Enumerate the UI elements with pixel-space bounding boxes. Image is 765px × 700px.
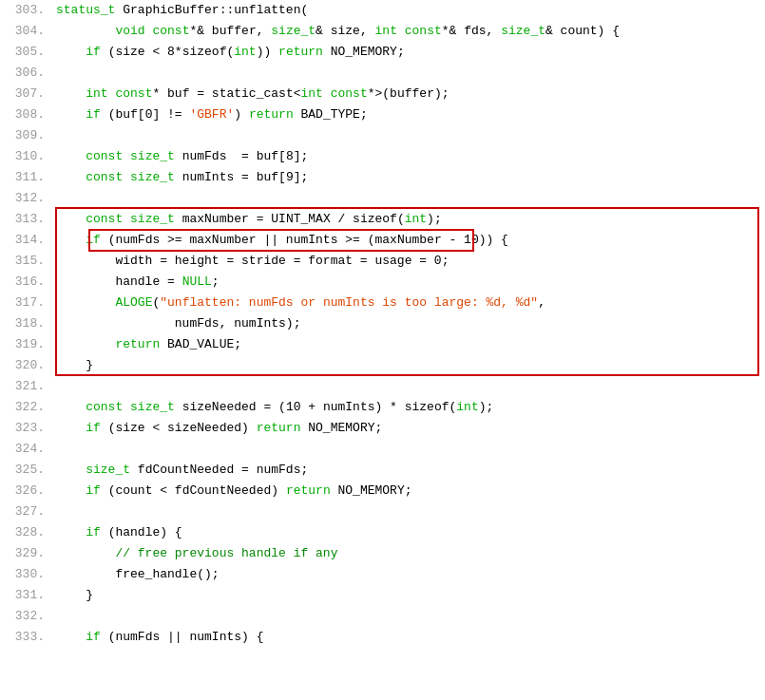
code-content: if (count < fdCountNeeded) return NO_MEM… xyxy=(52,481,765,501)
line-number: 329. xyxy=(0,543,52,564)
table-row: 322. const size_t sizeNeeded = (10 + num… xyxy=(0,397,765,418)
code-content: const size_t sizeNeeded = (10 + numInts)… xyxy=(52,397,765,418)
code-content: const size_t numFds = buf[8]; xyxy=(52,146,765,167)
code-content: if (numFds >= maxNumber || numInts >= (m… xyxy=(52,230,765,251)
line-number: 306. xyxy=(0,63,52,84)
code-content: free_handle(); xyxy=(52,564,765,585)
code-content: if (numFds || numInts) { xyxy=(52,627,765,648)
line-number: 327. xyxy=(0,501,52,522)
code-content: // free previous handle if any xyxy=(52,543,765,564)
code-content xyxy=(52,376,765,397)
table-row: 317. ALOGE("unflatten: numFds or numInts… xyxy=(0,293,765,313)
table-row: 320. } xyxy=(0,355,765,376)
code-content: handle = NULL; xyxy=(52,272,765,293)
table-row: 310. const size_t numFds = buf[8]; xyxy=(0,146,765,167)
table-row: 316. handle = NULL; xyxy=(0,272,765,293)
code-content: int const* buf = static_cast<int const*>… xyxy=(52,84,765,104)
code-content: status_t GraphicBuffer::unflatten( xyxy=(52,0,765,21)
code-content: } xyxy=(52,585,765,606)
table-row: 303.status_t GraphicBuffer::unflatten( xyxy=(0,0,765,21)
code-table: 303.status_t GraphicBuffer::unflatten(30… xyxy=(0,0,765,648)
line-number: 325. xyxy=(0,460,52,481)
table-row: 318. numFds, numInts); xyxy=(0,313,765,334)
line-number: 318. xyxy=(0,313,52,334)
line-number: 313. xyxy=(0,209,52,230)
table-row: 333. if (numFds || numInts) { xyxy=(0,627,765,648)
table-row: 329. // free previous handle if any xyxy=(0,543,765,564)
table-row: 311. const size_t numInts = buf[9]; xyxy=(0,167,765,188)
code-content xyxy=(52,188,765,209)
table-row: 306. xyxy=(0,63,765,84)
line-number: 323. xyxy=(0,418,52,439)
code-content: if (size < sizeNeeded) return NO_MEMORY; xyxy=(52,418,765,439)
line-number: 315. xyxy=(0,251,52,272)
table-row: 328. if (handle) { xyxy=(0,522,765,543)
line-number: 305. xyxy=(0,42,52,63)
line-number: 324. xyxy=(0,439,52,460)
line-number: 319. xyxy=(0,334,52,355)
table-row: 326. if (count < fdCountNeeded) return N… xyxy=(0,481,765,501)
code-content xyxy=(52,125,765,146)
code-content: } xyxy=(52,355,765,376)
line-number: 309. xyxy=(0,125,52,146)
code-content xyxy=(52,439,765,460)
table-row: 319. return BAD_VALUE; xyxy=(0,334,765,355)
table-row: 307. int const* buf = static_cast<int co… xyxy=(0,84,765,104)
line-number: 312. xyxy=(0,188,52,209)
code-content: if (size < 8*sizeof(int)) return NO_MEMO… xyxy=(52,42,765,63)
table-row: 305. if (size < 8*sizeof(int)) return NO… xyxy=(0,42,765,63)
line-number: 321. xyxy=(0,376,52,397)
line-number: 330. xyxy=(0,564,52,585)
code-content: size_t fdCountNeeded = numFds; xyxy=(52,460,765,481)
line-number: 333. xyxy=(0,627,52,648)
line-number: 316. xyxy=(0,272,52,293)
code-content: if (handle) { xyxy=(52,522,765,543)
line-number: 314. xyxy=(0,230,52,251)
table-row: 327. xyxy=(0,501,765,522)
code-content: void const*& buffer, size_t& size, int c… xyxy=(52,21,765,42)
line-number: 311. xyxy=(0,167,52,188)
table-row: 330. free_handle(); xyxy=(0,564,765,585)
table-row: 304. void const*& buffer, size_t& size, … xyxy=(0,21,765,42)
code-container: 303.status_t GraphicBuffer::unflatten(30… xyxy=(0,0,765,700)
table-row: 309. xyxy=(0,125,765,146)
line-number: 304. xyxy=(0,21,52,42)
line-number: 307. xyxy=(0,84,52,104)
code-content: const size_t numInts = buf[9]; xyxy=(52,167,765,188)
line-number: 322. xyxy=(0,397,52,418)
table-row: 324. xyxy=(0,439,765,460)
line-number: 320. xyxy=(0,355,52,376)
code-content: return BAD_VALUE; xyxy=(52,334,765,355)
line-number: 308. xyxy=(0,104,52,125)
line-number: 331. xyxy=(0,585,52,606)
table-row: 331. } xyxy=(0,585,765,606)
code-content: if (buf[0] != 'GBFR') return BAD_TYPE; xyxy=(52,104,765,125)
table-row: 332. xyxy=(0,606,765,627)
line-number: 332. xyxy=(0,606,52,627)
table-row: 323. if (size < sizeNeeded) return NO_ME… xyxy=(0,418,765,439)
table-row: 315. width = height = stride = format = … xyxy=(0,251,765,272)
code-content xyxy=(52,606,765,627)
code-content: ALOGE("unflatten: numFds or numInts is t… xyxy=(52,293,765,313)
table-row: 312. xyxy=(0,188,765,209)
table-row: 308. if (buf[0] != 'GBFR') return BAD_TY… xyxy=(0,104,765,125)
line-number: 310. xyxy=(0,146,52,167)
table-row: 313. const size_t maxNumber = UINT_MAX /… xyxy=(0,209,765,230)
code-content xyxy=(52,63,765,84)
table-row: 314. if (numFds >= maxNumber || numInts … xyxy=(0,230,765,251)
line-number: 317. xyxy=(0,293,52,313)
code-content: width = height = stride = format = usage… xyxy=(52,251,765,272)
line-number: 328. xyxy=(0,522,52,543)
table-row: 325. size_t fdCountNeeded = numFds; xyxy=(0,460,765,481)
code-content: numFds, numInts); xyxy=(52,313,765,334)
line-number: 326. xyxy=(0,481,52,501)
table-row: 321. xyxy=(0,376,765,397)
code-content: const size_t maxNumber = UINT_MAX / size… xyxy=(52,209,765,230)
line-number: 303. xyxy=(0,0,52,21)
code-content xyxy=(52,501,765,522)
